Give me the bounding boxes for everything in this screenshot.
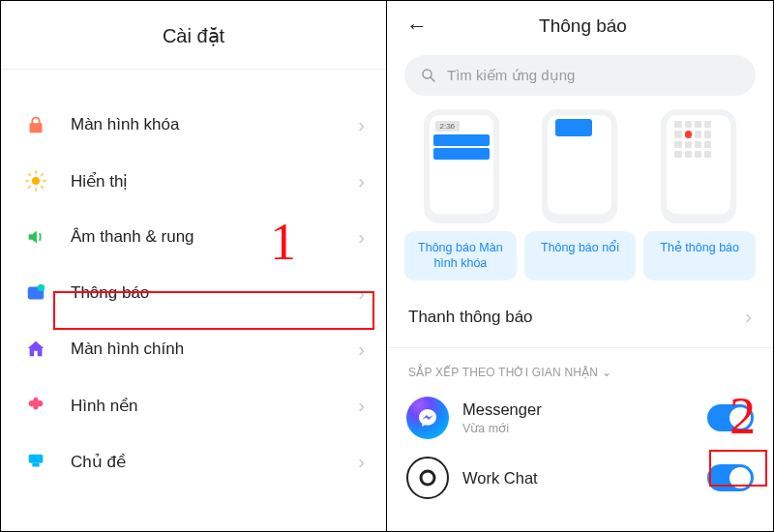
flower-icon	[22, 392, 49, 419]
chevron-right-icon: ›	[358, 114, 365, 136]
settings-item-display[interactable]: Hiển thị ›	[22, 153, 365, 209]
divider	[1, 69, 386, 70]
chevron-right-icon: ›	[358, 282, 365, 305]
search-input[interactable]: Tìm kiếm ứng dụng	[404, 55, 756, 96]
home-icon	[22, 336, 49, 363]
settings-item-label: Hiển thị	[71, 171, 358, 192]
toggle-workchat[interactable]	[707, 464, 754, 491]
chip-lockscreen-notif[interactable]: Thông báo Màn hình khóa	[404, 231, 517, 281]
settings-item-wallpaper[interactable]: Hình nền ›	[22, 377, 365, 433]
settings-item-notifications[interactable]: Thông báo ›	[22, 265, 365, 321]
settings-item-homescreen[interactable]: Màn hình chính ›	[22, 321, 365, 377]
svg-line-7	[29, 187, 30, 188]
page-title-settings: Cài đặt	[22, 24, 365, 47]
chevron-right-icon: ›	[358, 451, 365, 473]
search-icon	[420, 67, 437, 84]
preview-badge[interactable]	[661, 109, 736, 223]
brightness-icon	[22, 167, 49, 194]
preview-lockscreen[interactable]: 2:36	[424, 109, 499, 223]
settings-item-label: Âm thanh & rung	[71, 227, 358, 247]
chevron-right-icon: ›	[745, 306, 752, 328]
svg-point-0	[32, 177, 40, 185]
volume-icon	[22, 223, 49, 251]
messenger-icon	[406, 397, 449, 439]
svg-line-6	[42, 187, 43, 188]
preview-time: 2:36	[435, 121, 461, 132]
settings-item-sound[interactable]: Âm thanh & rung ›	[22, 209, 365, 265]
notification-style-previews: 2:36	[401, 109, 759, 223]
settings-item-label: Chủ đề	[71, 452, 358, 472]
app-name: Messenger	[462, 400, 542, 419]
chevron-right-icon: ›	[358, 339, 365, 361]
search-placeholder: Tìm kiếm ứng dụng	[447, 67, 575, 84]
sort-group-label[interactable]: SẮP XẾP THEO THỜI GIAN NHẬN ⌄	[401, 366, 759, 379]
group-label-text: SẮP XẾP THEO THỜI GIAN NHẬN	[408, 366, 598, 379]
settings-item-label: Thông báo	[71, 283, 358, 303]
settings-item-lockscreen[interactable]: Màn hình khóa ›	[22, 97, 365, 153]
section-notification-bar[interactable]: Thanh thông báo ›	[401, 281, 759, 347]
svg-point-10	[38, 284, 45, 291]
divider	[387, 347, 773, 348]
svg-line-14	[431, 77, 434, 81]
app-name: Work Chat	[462, 469, 538, 488]
app-row-messenger[interactable]: Messenger Vừa mới	[401, 379, 759, 449]
lock-icon	[22, 111, 49, 138]
svg-rect-12	[32, 463, 39, 467]
settings-item-label: Màn hình khóa	[71, 115, 358, 134]
svg-rect-11	[29, 455, 44, 463]
svg-point-15	[421, 471, 434, 485]
svg-line-5	[29, 174, 30, 175]
section-label: Thanh thông báo	[408, 308, 533, 327]
toggle-messenger[interactable]	[707, 404, 754, 431]
chip-badge-notif[interactable]: Thẻ thông báo	[643, 231, 756, 281]
settings-item-label: Hình nền	[71, 396, 358, 416]
settings-item-themes[interactable]: Chủ đề ›	[22, 433, 365, 489]
theme-icon	[22, 448, 49, 475]
workchat-icon	[406, 457, 449, 499]
chevron-right-icon: ›	[358, 395, 365, 417]
svg-point-13	[423, 70, 432, 78]
chip-floating-notif[interactable]: Thông báo nổi	[524, 231, 637, 281]
chevron-right-icon: ›	[358, 226, 365, 249]
settings-item-label: Màn hình chính	[71, 340, 358, 359]
notifications-icon	[22, 280, 49, 307]
chevron-down-icon: ⌄	[602, 366, 611, 379]
app-subtext: Vừa mới	[462, 421, 542, 435]
svg-line-8	[42, 174, 43, 175]
chevron-right-icon: ›	[358, 170, 365, 192]
app-row-workchat[interactable]: Work Chat	[401, 449, 759, 509]
preview-floating[interactable]	[542, 109, 617, 223]
page-title-notifications: Thông báo	[406, 15, 759, 37]
